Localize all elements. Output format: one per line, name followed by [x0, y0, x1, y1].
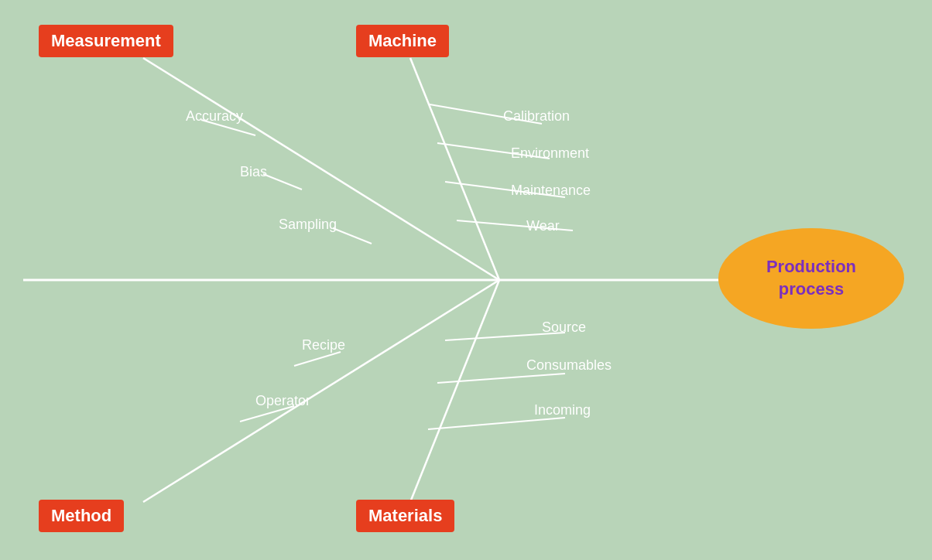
- fishbone-diagram: Measurement Machine Method Materials Acc…: [0, 0, 932, 560]
- measurement-box: Measurement: [39, 25, 173, 57]
- accuracy-label: Accuracy: [186, 108, 243, 125]
- source-label: Source: [542, 319, 586, 336]
- machine-box: Machine: [356, 25, 449, 57]
- effect-label: Productionprocess: [766, 256, 856, 300]
- svg-line-5: [410, 58, 499, 280]
- bias-label: Bias: [240, 164, 267, 180]
- maintenance-label: Maintenance: [511, 183, 591, 199]
- incoming-label: Incoming: [534, 402, 591, 418]
- svg-line-16: [428, 418, 565, 429]
- svg-line-15: [437, 374, 565, 383]
- svg-line-10: [143, 280, 499, 502]
- consumables-label: Consumables: [526, 357, 612, 374]
- calibration-label: Calibration: [503, 108, 570, 125]
- svg-line-1: [143, 58, 499, 280]
- svg-line-11: [294, 352, 341, 366]
- environment-label: Environment: [511, 145, 589, 162]
- sampling-label: Sampling: [279, 217, 337, 233]
- method-box: Method: [39, 500, 124, 532]
- effect-ellipse: Productionprocess: [718, 228, 904, 329]
- svg-line-3: [263, 174, 302, 190]
- svg-line-13: [410, 280, 499, 502]
- operator-label: Operator: [255, 393, 310, 409]
- recipe-label: Recipe: [302, 337, 345, 353]
- materials-box: Materials: [356, 500, 454, 532]
- svg-line-4: [333, 228, 372, 244]
- wear-label: Wear: [526, 218, 560, 234]
